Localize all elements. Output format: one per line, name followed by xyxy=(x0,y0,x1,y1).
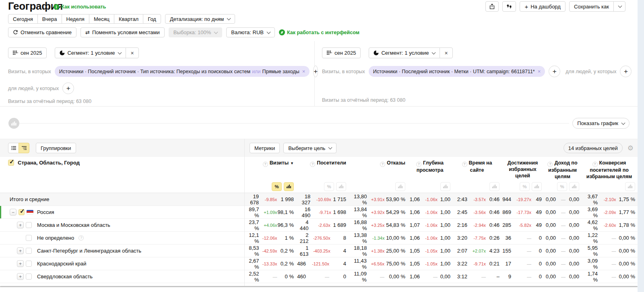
segment-button-b[interactable]: Сегмент: 1 условие xyxy=(369,47,440,58)
bars-toggle[interactable] xyxy=(625,182,635,191)
bars-toggle[interactable] xyxy=(569,182,579,191)
value-b: 8 xyxy=(330,235,346,241)
column-toggles xyxy=(582,182,638,191)
column-header[interactable]: ?Время на сайте xyxy=(453,157,502,180)
bars-toggle[interactable] xyxy=(336,182,346,191)
column-header[interactable]: ?Глубина просмотра xyxy=(408,157,453,180)
row-checkbox[interactable] xyxy=(26,273,32,280)
remove-segment-button-a[interactable]: × xyxy=(126,47,138,58)
percent-toggle[interactable]: % xyxy=(272,182,282,191)
metrics-button[interactable]: Метрики xyxy=(250,143,280,153)
bars-toggle[interactable] xyxy=(489,182,500,191)
help-icon[interactable]: ? xyxy=(380,162,385,167)
add-condition-button-a[interactable]: + xyxy=(313,66,318,77)
percent-toggle[interactable]: % xyxy=(324,182,334,191)
add-people-condition-button-b[interactable]: + xyxy=(620,66,632,77)
bars-toggle[interactable] xyxy=(440,182,450,191)
save-as-button[interactable]: Сохранить как xyxy=(569,1,614,12)
expand-button[interactable]: + xyxy=(17,247,24,254)
bar-chart-icon[interactable] xyxy=(8,118,19,129)
metric-cell: 16,88 %+3.25x54,83 % xyxy=(349,219,408,231)
segment-button-a[interactable]: Сегмент: 1 условие xyxy=(55,47,126,58)
collapse-button[interactable]: − xyxy=(10,209,17,216)
filter-chip-a[interactable]: Источники · Последний источник · Тип ист… xyxy=(55,66,310,77)
how-to-use-link[interactable]: i Как использовать xyxy=(54,4,106,10)
add-people-condition-button-a[interactable]: + xyxy=(62,82,74,94)
column-header[interactable]: ?Посетители xyxy=(296,157,349,180)
diff-value: -17.73x xyxy=(511,210,531,215)
show-graph-button[interactable]: Показать график xyxy=(572,118,630,129)
gear-icon[interactable]: ⚙ xyxy=(627,145,634,152)
chip-close-icon[interactable]: × xyxy=(538,68,541,74)
metric-cell: 23,7 %+4.06x96,3 % xyxy=(244,219,296,231)
row-name-cell: +Санкт-Петербург и Ленинградская область xyxy=(0,247,244,254)
date-range-button-a[interactable]: сен 2025 xyxy=(8,47,47,58)
segment-panel-a: сен 2025 Сегмент: 1 условие × Визиты, в … xyxy=(8,41,306,104)
diff-value: -42.59x xyxy=(259,249,277,253)
cancel-comparison-button[interactable]: Отменить сравнение xyxy=(8,27,76,37)
metric-cell: 9—0 xyxy=(502,273,544,280)
table-row[interactable]: −Россия89,7 %+1.09x98,1 %16 490-9.71x1 6… xyxy=(0,206,638,219)
expand-button[interactable]: + xyxy=(17,260,24,267)
remove-segment-button-b[interactable]: × xyxy=(440,47,452,58)
tree-view-button[interactable] xyxy=(19,143,29,153)
vertical-scrollbar-gutter[interactable] xyxy=(638,0,644,292)
help-icon[interactable]: ? xyxy=(263,162,268,167)
row-checkbox[interactable] xyxy=(26,261,32,267)
value-b: 10,00 % xyxy=(384,235,405,241)
export-button[interactable] xyxy=(485,1,499,12)
help-icon[interactable]: ? xyxy=(547,162,553,167)
column-header[interactable]: ?Визиты▼ xyxy=(244,157,296,180)
currency-button[interactable]: Валюта: RUB xyxy=(226,27,275,37)
flat-list-view-button[interactable] xyxy=(8,143,19,153)
expand-button[interactable]: + xyxy=(17,273,24,280)
column-header[interactable]: ?Отказы xyxy=(349,157,408,180)
row-checkbox[interactable] xyxy=(26,235,32,241)
filter-chip-b[interactable]: Источники · Последний источник · Метки ·… xyxy=(369,66,545,77)
help-icon[interactable]: ? xyxy=(592,162,598,167)
column-header[interactable]: ?Доход по избранным целям xyxy=(544,157,582,180)
add-to-dashboard-button[interactable]: + На дашборд xyxy=(520,1,565,12)
comments-button[interactable] xyxy=(502,1,516,12)
expand-button[interactable]: + xyxy=(17,222,24,228)
date-range-button-b[interactable]: сен 2025 xyxy=(322,47,361,58)
help-icon[interactable]: ? xyxy=(462,162,467,167)
bars-toggle[interactable] xyxy=(284,182,294,191)
column-header[interactable]: Достижения избранных целей xyxy=(502,157,544,180)
groupings-button[interactable]: Группировки xyxy=(36,143,76,153)
table-row[interactable]: +Краснодарский край2,67 %-13.33x0,2 %486… xyxy=(0,257,638,270)
row-checkbox[interactable] xyxy=(26,248,32,254)
period-tab-месяц[interactable]: Месяц xyxy=(89,14,114,24)
row-checkbox[interactable] xyxy=(19,209,25,215)
table-row[interactable]: +Свердловская область2,52 %—0 %460—011,0… xyxy=(0,270,638,283)
choose-goal-button[interactable]: Выберите цель xyxy=(283,143,336,153)
favorite-goals-button[interactable]: 14 избранных целей xyxy=(564,143,623,153)
table-row[interactable]: +Москва и Московская область23,7 %+4.06x… xyxy=(0,219,638,232)
help-icon[interactable]: ? xyxy=(416,162,421,167)
interface-help-link[interactable]: Как работать с интерфейсом xyxy=(279,29,359,35)
column-header[interactable]: ?Конверсия посетителей по избранным целя… xyxy=(582,157,638,180)
period-tab-квартал[interactable]: Квартал xyxy=(114,14,143,24)
period-tab-неделя[interactable]: Неделя xyxy=(62,14,89,24)
table-row[interactable]: Итого и средние19 678-9.85x1 99818 327-1… xyxy=(0,193,638,206)
bars-toggle[interactable] xyxy=(532,182,542,191)
table-row[interactable]: Не определено?12,1 %-12.06x1 %2 212-276.… xyxy=(0,232,638,245)
diff-value: -1.05x xyxy=(420,261,438,266)
chip-close-icon[interactable]: × xyxy=(302,68,305,74)
period-tab-вчера[interactable]: Вчера xyxy=(37,14,62,24)
swap-conditions-button[interactable]: ⇄ Поменять условия местами xyxy=(80,27,165,37)
table-row[interactable]: +Санкт-Петербург и Ленинградская область… xyxy=(0,245,638,257)
row-checkbox[interactable] xyxy=(26,222,32,228)
percent-toggle[interactable]: % xyxy=(557,182,567,191)
percent-toggle[interactable]: % xyxy=(520,182,530,191)
help-icon[interactable]: ? xyxy=(78,235,84,241)
detalization-button[interactable]: Детализация: по дням xyxy=(165,14,235,24)
select-all-checkbox[interactable] xyxy=(8,160,14,166)
horizontal-scrollbar[interactable] xyxy=(0,286,638,287)
period-tab-сегодня[interactable]: Сегодня xyxy=(8,14,38,24)
add-condition-button-b[interactable]: + xyxy=(549,66,560,77)
period-tab-год[interactable]: Год xyxy=(143,14,161,24)
save-as-dropdown-button[interactable] xyxy=(613,1,625,12)
bars-toggle[interactable] xyxy=(395,182,405,191)
help-icon[interactable]: ? xyxy=(310,162,315,167)
